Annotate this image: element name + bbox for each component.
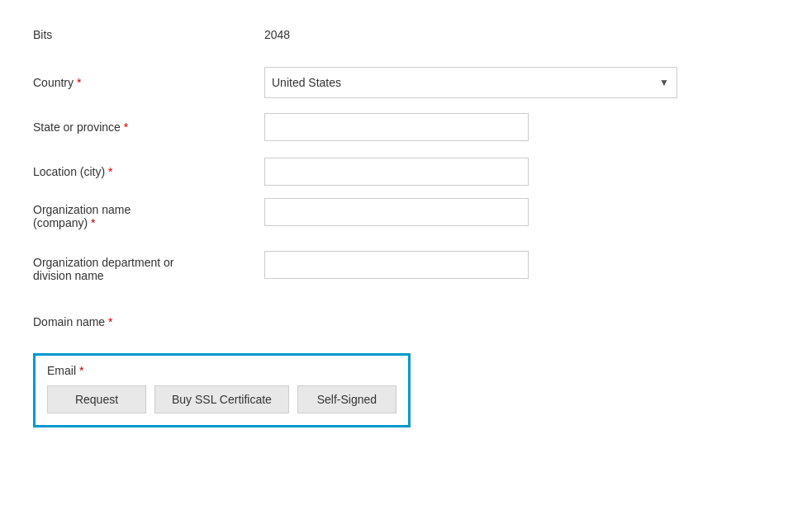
org-dept-input[interactable] (264, 251, 529, 279)
location-input[interactable] (264, 158, 529, 186)
country-label: Country * (33, 76, 264, 89)
state-label: State or province * (33, 120, 264, 134)
email-highlighted-section: Email * Request Buy SSL Certificate Self… (33, 353, 411, 427)
country-select[interactable]: United States Canada United Kingdom Germ… (264, 67, 677, 98)
org-dept-label: Organization department or division name (33, 251, 264, 282)
org-name-label: Organization name (company) * (33, 198, 264, 229)
domain-row: Domain name * (33, 304, 710, 340)
form-container: Bits 2048 Country * United States Canada… (0, 0, 743, 444)
bits-row: Bits 2048 (33, 17, 710, 53)
buy-ssl-button[interactable]: Buy SSL Certificate (154, 385, 289, 413)
bits-value: 2048 (264, 28, 290, 41)
country-select-wrapper: United States Canada United Kingdom Germ… (264, 67, 677, 98)
org-name-required: * (91, 216, 95, 229)
org-name-input[interactable] (264, 198, 529, 226)
domain-label: Domain name * (33, 315, 264, 328)
action-buttons-area: Request Buy SSL Certificate Self-Signed (47, 385, 397, 413)
bits-label: Bits (33, 28, 264, 41)
self-signed-button[interactable]: Self-Signed (297, 385, 397, 413)
state-required: * (124, 120, 128, 134)
location-required: * (108, 165, 112, 178)
state-input[interactable] (264, 113, 529, 141)
location-row: Location (city) * (33, 153, 710, 190)
request-button[interactable]: Request (47, 385, 146, 413)
org-dept-row: Organization department or division name (33, 251, 710, 295)
email-label: Email * (47, 364, 397, 377)
country-row: Country * United States Canada United Ki… (33, 64, 710, 101)
email-required: * (79, 364, 83, 377)
country-required: * (77, 76, 81, 89)
org-name-row: Organization name (company) * (33, 198, 710, 243)
location-label: Location (city) * (33, 165, 264, 178)
state-row: State or province * (33, 109, 710, 145)
domain-required: * (108, 315, 112, 328)
